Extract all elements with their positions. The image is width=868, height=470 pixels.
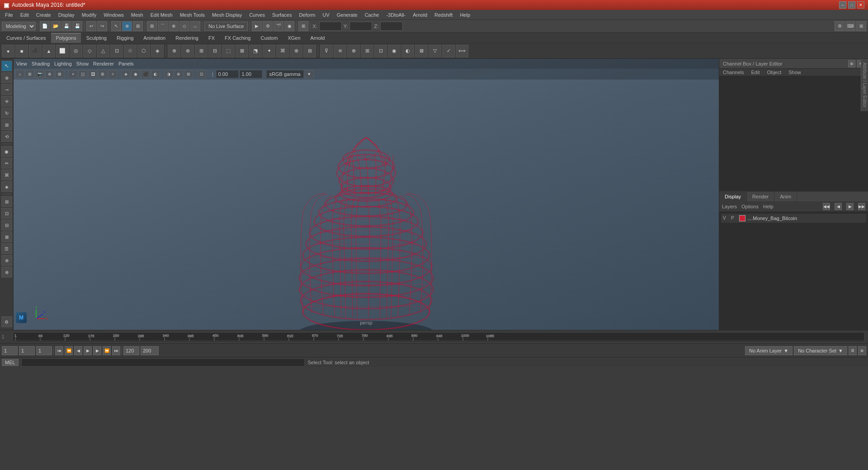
render-settings[interactable]: ⚙ [263,21,273,31]
select-all-tool[interactable]: ⊕ [122,21,132,31]
shelf-remesh[interactable]: ⊠ [415,45,428,57]
cb-tab-channels[interactable]: Channels [721,70,745,75]
vp-image-plane[interactable]: 🖼 [88,70,97,78]
menu-file[interactable]: File [2,11,16,19]
shelf-wedge[interactable]: ⬔ [249,45,262,57]
snap-curve[interactable]: ⌒ [158,21,168,31]
mel-tag[interactable]: MEL [2,359,19,366]
show-manip-tool[interactable]: ◈ [1,181,12,192]
paint-tool[interactable]: ✏ [1,158,12,169]
shelf-flip-triangles[interactable]: ⊽ [320,45,333,57]
vp-cam-settings[interactable]: 📷 [35,70,44,78]
range-start-field[interactable]: 1 [36,346,52,355]
shelf-circularize[interactable]: ◉ [388,45,401,57]
shelf-cylinder[interactable]: ⬛ [29,45,42,57]
go-to-start[interactable]: ⏮ [55,346,63,355]
paint-select-tool[interactable]: ⊕ [1,72,12,83]
vp-resolution-gate[interactable]: ⊠ [55,70,64,78]
select-tool[interactable]: ↖ [111,21,121,31]
tool-settings[interactable]: ⚙ [1,316,12,327]
mode-dropdown[interactable]: Modeling [2,22,36,31]
soft-select-tool[interactable]: ◉ [1,146,12,157]
rp-sub-options[interactable]: Options [741,204,759,209]
render-view[interactable]: 🎬 [274,21,283,31]
vp-gamma-arrow[interactable]: ▼ [305,70,314,78]
menu-deform[interactable]: Deform [296,11,318,19]
vp-isolate[interactable]: ⊡ [197,70,206,78]
shelf-cone[interactable]: ▲ [42,45,55,57]
vp-gamma-select[interactable]: sRGB gamma [266,70,304,78]
menu-modify[interactable]: Modify [79,11,99,19]
viewport[interactable]: View Shading Lighting Show Renderer Pane… [14,59,719,330]
scale-tool[interactable]: ⊞ [1,119,12,130]
shelf-helix[interactable]: ♲ [124,45,137,57]
step-back[interactable]: ◀ [74,346,82,355]
move-tool[interactable]: ✛ [1,96,12,107]
cb-tab-object[interactable]: Object [765,70,783,75]
vp-wireframe[interactable]: ◈ [121,70,130,78]
menu-display[interactable]: Display [55,11,78,19]
vp-field-1[interactable]: 0.00 [216,70,239,78]
shortcut-button[interactable]: ⌨ [845,21,855,31]
vp-aa[interactable]: ⊞ [184,70,193,78]
snap-grid[interactable]: ⊞ [147,21,157,31]
shelf-combine[interactable]: ⊕ [168,45,180,57]
shelf-connect[interactable]: ⊞ [303,45,316,57]
timeline-ruler[interactable]: 1 65 120 175 230 285 340 395 450 505 560… [13,332,864,342]
anim-settings[interactable]: ⊕ [858,346,866,355]
vp-grid-toggle[interactable]: ⊞ [98,70,107,78]
anim-prefs[interactable]: ⚙ [849,346,857,355]
layer-row[interactable]: V P ....Money_Bag_Bitcoin [721,214,866,223]
shelf-prism[interactable]: ◇ [83,45,96,57]
viewport-menu-show[interactable]: Show [76,61,89,66]
tab-rendering[interactable]: Rendering [171,33,203,43]
layer-visibility[interactable]: V [723,216,729,221]
vp-home[interactable]: ⌂ [15,70,24,78]
viewport-menu-renderer[interactable]: Renderer [93,61,114,66]
cb-tab-show[interactable]: Show [787,70,803,75]
open-file-button[interactable]: 📂 [51,21,61,31]
shelf-poke[interactable]: ✦ [263,45,275,57]
shelf-cleanup[interactable]: ✓ [442,45,455,57]
select-tool-left[interactable]: ↖ [1,61,12,71]
vp-solid[interactable]: ◉ [131,70,140,78]
play-back[interactable]: ⏪ [65,346,73,355]
minimize-button[interactable]: ─ [839,1,846,9]
menu-arnold[interactable]: Arnold [410,11,430,19]
vp-heads-up[interactable]: ⌗ [108,70,117,78]
y-field[interactable] [349,22,372,31]
no-live-surface-button[interactable]: No Live Surface [204,22,248,31]
vp-ao[interactable]: ⊕ [174,70,183,78]
lasso-select-tool[interactable]: ⊸ [1,84,12,95]
tab-animation[interactable]: Animation [139,33,170,43]
close-button[interactable]: ✕ [857,1,864,9]
shelf-separate[interactable]: ⊗ [181,45,194,57]
layer-tool-6[interactable]: ⊗ [1,267,12,277]
snap-surface[interactable]: ◇ [179,21,189,31]
maximize-button[interactable]: □ [848,1,855,9]
menu-mesh-display[interactable]: Mesh Display [209,11,245,19]
shelf-cube[interactable]: ■ [15,45,28,57]
menu-redshift[interactable]: Redshift [431,11,456,19]
layer-tool-3[interactable]: ⊠ [1,231,12,242]
shelf-reduce[interactable]: ▽ [429,45,441,57]
tab-arnold[interactable]: Arnold [306,33,330,43]
no-character-set-dropdown[interactable]: No Character Set ▼ [794,346,847,355]
cb-tab-edit[interactable]: Edit [749,70,761,75]
viewport-menu-view[interactable]: View [16,61,27,66]
menu-create[interactable]: Create [33,11,54,19]
x-field[interactable] [319,22,342,31]
render-scene[interactable]: ▶ [252,21,262,31]
shelf-mirror[interactable]: ⟺ [456,45,468,57]
ipr-render[interactable]: ◉ [284,21,294,31]
vp-field-2[interactable]: 1.00 [240,70,262,78]
menu-3dtoall[interactable]: -3DtoAll- [383,11,409,19]
rp-sub-help[interactable]: Help [763,204,774,209]
current-frame-field-2[interactable]: 1 [19,346,35,355]
menu-curves[interactable]: Curves [246,11,268,19]
vp-bookmark[interactable]: ◫ [78,70,87,78]
transform-tool[interactable]: ⟲ [1,131,12,142]
tab-curves-surfaces[interactable]: Curves / Surfaces [2,33,50,43]
shelf-chamfer[interactable]: ⊕ [290,45,302,57]
shelf-target-weld[interactable]: ⊕ [347,45,360,57]
